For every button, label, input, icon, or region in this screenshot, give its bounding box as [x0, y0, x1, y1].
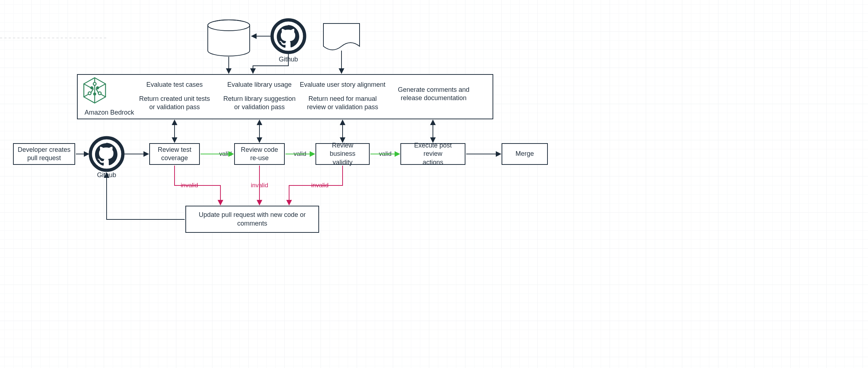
valid-2: valid [293, 150, 308, 158]
bedrock-col3-sub: Return need for manualreview or validati… [307, 95, 378, 112]
dev-creates-text: Developer createspull request [18, 146, 70, 163]
vector-store-label: Vector storefor internallibraries [211, 26, 246, 52]
invalid-3: invalid [310, 182, 330, 189]
post-review-text: Execute post reviewactions [404, 141, 462, 167]
post-review-box: Execute post reviewactions [400, 143, 465, 165]
github-flow-label: Github [97, 171, 116, 179]
bedrock-col3-title: Evaluate user story alignment [300, 81, 385, 89]
merge-text: Merge [515, 150, 534, 158]
valid-3: valid [378, 150, 393, 158]
invalid-1: invalid [180, 182, 199, 189]
bedrock-col1-title: Evaluate test cases [146, 81, 203, 89]
review-code-box: Review codere-use [234, 143, 285, 165]
dev-creates-box: Developer createspull request [13, 143, 75, 165]
review-biz-box: Review businessvalidity [315, 143, 370, 165]
bedrock-col1-sub: Return created unit testsor validation p… [139, 95, 210, 112]
user-story-label: User story [327, 30, 356, 38]
bedrock-col2-sub: Return library suggestionor validation p… [223, 95, 296, 112]
review-test-box: Review testcoverage [149, 143, 200, 165]
review-biz-text: Review businessvalidity [319, 141, 366, 167]
github-top-label: Github [279, 55, 298, 64]
merge-box: Merge [502, 143, 548, 165]
bedrock-label: Amazon Bedrock [85, 108, 134, 117]
review-code-text: Review codere-use [241, 146, 278, 163]
bedrock-col4-title: Generate comments andrelease documentati… [398, 86, 469, 103]
update-pr-box: Update pull request with new code or com… [185, 206, 319, 233]
update-pr-text: Update pull request with new code or com… [189, 211, 315, 228]
invalid-2: invalid [250, 182, 269, 189]
review-test-text: Review testcoverage [158, 146, 191, 163]
valid-1: valid [218, 150, 233, 158]
bedrock-col2-title: Evaluate library usage [227, 81, 292, 89]
